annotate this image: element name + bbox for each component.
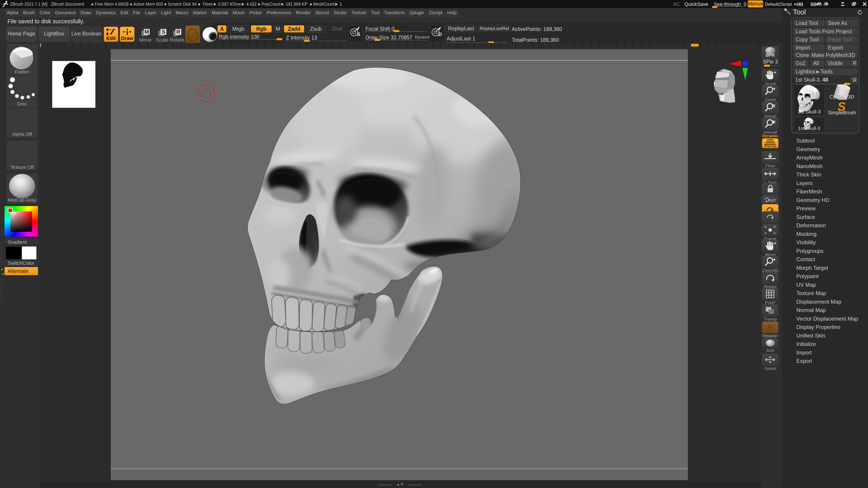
svg-text:M: M: [145, 29, 149, 35]
svg-text:S: S: [162, 29, 165, 35]
svg-text:D: D: [438, 31, 442, 37]
svg-text:S: S: [357, 31, 360, 37]
svg-text:R: R: [176, 29, 180, 35]
